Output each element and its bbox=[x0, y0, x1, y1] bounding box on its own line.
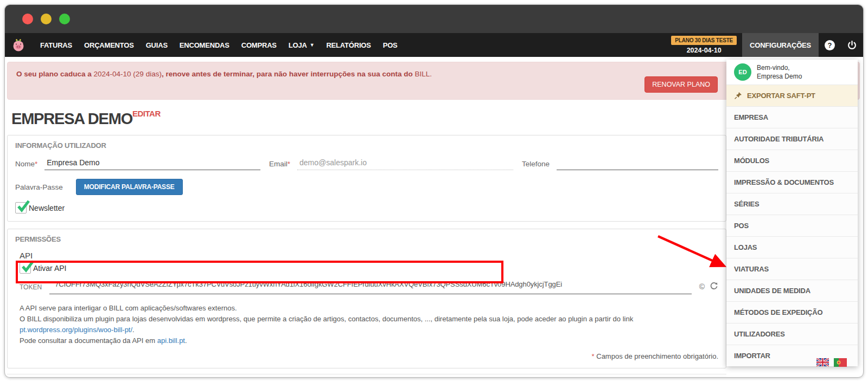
sidebar-item-unidades-de-medida[interactable]: UNIDADES DE MEDIDA bbox=[726, 280, 858, 301]
nav-item-orcamentos[interactable]: ORÇAMENTOS bbox=[78, 33, 140, 57]
nav-item-loja-label: LOJA bbox=[289, 41, 307, 49]
wordpress-plugin-link[interactable]: pt.wordpress.org/plugins/woo-bill-pt/ bbox=[20, 326, 132, 334]
main-column: EMPRESA DEMOEDITAR INFORMAÇÃO UTILIZADOR… bbox=[7, 109, 726, 378]
logout-button[interactable] bbox=[841, 33, 863, 57]
alert-message: O seu plano caduca a 2024-04-10 (29 dias… bbox=[16, 70, 851, 78]
api-desc-line2: O BILL disponibiliza um plugin para loja… bbox=[20, 314, 718, 335]
newsletter-row: Newsletter bbox=[15, 202, 718, 213]
sidebar-item-utilizadores[interactable]: UTILIZADORES bbox=[726, 323, 858, 345]
sidebar-item-pos[interactable]: POS bbox=[726, 215, 858, 236]
nav-item-compras[interactable]: COMPRAS bbox=[235, 33, 283, 57]
editar-link[interactable]: EDITAR bbox=[132, 109, 161, 118]
renovar-plano-button[interactable]: RENOVAR PLANO bbox=[644, 76, 718, 93]
sidebar-item-empresa[interactable]: EMPRESA bbox=[726, 106, 858, 128]
ativar-api-row: Ativar API bbox=[15, 262, 718, 274]
permissions-section-title: PERMISSÕES bbox=[15, 235, 718, 243]
api-desc-line1: A API serve para interligar o BILL com a… bbox=[20, 303, 718, 314]
nav-item-faturas[interactable]: FATURAS bbox=[34, 33, 78, 57]
sidebar-item-exportar-saft-pt[interactable]: EXPORTAR SAFT-PT bbox=[726, 85, 858, 106]
copy-token-icon[interactable]: © bbox=[699, 283, 705, 290]
name-value: Empresa Demo bbox=[47, 158, 99, 167]
plan-trial-badge: PLANO 30 DIAS TESTE bbox=[671, 36, 737, 45]
email-input: demo@salespark.io bbox=[297, 158, 513, 170]
alert-brand: BILL. bbox=[415, 70, 432, 78]
required-asterisk: * bbox=[35, 160, 37, 168]
api-heading: API bbox=[20, 251, 718, 260]
phone-label: Telefone bbox=[522, 160, 550, 170]
phone-input[interactable] bbox=[557, 167, 718, 170]
plan-expiry-date: 2024-04-10 bbox=[687, 47, 722, 54]
modificar-palavra-passe-button[interactable]: MODIFICAR PALAVRA-PASSE bbox=[76, 179, 183, 195]
navbar-right-cluster: PLANO 30 DIAS TESTE 2024-04-10 CONFIGURA… bbox=[671, 33, 863, 57]
sidebar-item-metodos-de-expedicao[interactable]: MÉTODOS DE EXPEDIÇÃO bbox=[726, 301, 858, 323]
chevron-down-icon: ▼ bbox=[310, 42, 315, 48]
form-actions-bar: ✖ CANCELAR ATUALIZAR bbox=[7, 374, 726, 378]
ativar-api-checkbox[interactable] bbox=[20, 262, 31, 274]
nav-item-configuracoes[interactable]: CONFIGURAÇÕES bbox=[742, 33, 819, 57]
email-label: Email* bbox=[269, 160, 290, 170]
question-mark-icon: ? bbox=[825, 40, 835, 50]
email-value: demo@salespark.io bbox=[299, 158, 367, 167]
plan-status: PLANO 30 DIAS TESTE 2024-04-10 bbox=[671, 33, 737, 57]
green-check-icon bbox=[16, 199, 30, 213]
token-value: 7CIOFFr73MQ3xFazy3hQdVSeA2ZfZYpx7cTk37PC… bbox=[55, 280, 562, 288]
welcome-line1: Bem-vindo, bbox=[757, 63, 802, 72]
green-check-icon bbox=[21, 259, 35, 273]
maximize-window-button[interactable] bbox=[59, 14, 70, 24]
newsletter-checkbox[interactable] bbox=[15, 202, 27, 213]
user-info-section-title: INFORMAÇÃO UTILIZADOR bbox=[15, 141, 718, 150]
name-field-group: Nome* Empresa Demo bbox=[15, 158, 260, 170]
name-label: Nome* bbox=[15, 160, 37, 170]
token-actions: © bbox=[699, 282, 718, 294]
ativar-api-label: Ativar API bbox=[33, 264, 66, 273]
sidebar-item-label: EXPORTAR SAFT-PT bbox=[747, 92, 815, 100]
bill-pig-logo-icon[interactable] bbox=[11, 33, 25, 57]
nav-item-pos[interactable]: POS bbox=[377, 33, 404, 57]
permissions-card: PERMISSÕES API Ativar API TOKEN 7CIOFFr7… bbox=[7, 229, 726, 368]
nav-item-encomendas[interactable]: ENCOMENDAS bbox=[174, 33, 235, 57]
alert-part1: O seu plano caduca a bbox=[16, 70, 94, 78]
user-info-card: INFORMAÇÃO UTILIZADOR Nome* Empresa Demo… bbox=[7, 135, 726, 222]
sidebar-item-viaturas[interactable]: VIATURAS bbox=[726, 258, 858, 280]
token-field-row: TOKEN 7CIOFFr73MQ3xFazy3hQdVSeA2ZfZYpx7c… bbox=[15, 279, 718, 294]
alert-part2: , renove antes de terminar, para não hav… bbox=[162, 70, 415, 78]
language-switcher bbox=[816, 358, 847, 367]
configuracoes-sidebar: ED Bem-vindo, Empresa Demo EXPORTAR SAFT… bbox=[726, 60, 858, 366]
app-window: FATURAS ORÇAMENTOS GUIAS ENCOMENDAS COMP… bbox=[4, 4, 864, 378]
password-row: Palavra-Passe MODIFICAR PALAVRA-PASSE bbox=[15, 179, 718, 195]
sidebar-item-lojas[interactable]: LOJAS bbox=[726, 236, 858, 258]
welcome-line2: Empresa Demo bbox=[757, 72, 802, 81]
nav-item-loja[interactable]: LOJA ▼ bbox=[283, 33, 321, 57]
required-asterisk: * bbox=[288, 160, 290, 168]
api-description: A API serve para interligar o BILL com a… bbox=[20, 303, 718, 347]
welcome-text: Bem-vindo, Empresa Demo bbox=[757, 63, 802, 81]
close-window-button[interactable] bbox=[22, 14, 33, 24]
help-button[interactable]: ? bbox=[819, 33, 841, 57]
alert-date: 2024-04-10 (29 dias) bbox=[94, 70, 162, 78]
phone-field-group: Telefone bbox=[522, 158, 718, 170]
name-input[interactable]: Empresa Demo bbox=[44, 158, 260, 170]
sidebar-item-series[interactable]: SÉRIES bbox=[726, 193, 858, 215]
user-fields-row: Nome* Empresa Demo Email* demo@salespark… bbox=[15, 158, 718, 170]
main-navbar: FATURAS ORÇAMENTOS GUIAS ENCOMENDAS COMP… bbox=[5, 33, 863, 57]
minimize-window-button[interactable] bbox=[41, 14, 52, 24]
email-field-group: Email* demo@salespark.io bbox=[269, 158, 513, 170]
pt-flag-icon[interactable] bbox=[834, 358, 847, 367]
regenerate-token-icon[interactable] bbox=[710, 282, 718, 292]
api-docs-link[interactable]: api.bill.pt bbox=[157, 336, 185, 345]
token-input[interactable]: 7CIOFFr73MQ3xFazy3hQdVSeA2ZfZYpx7cTk37PC… bbox=[49, 279, 692, 294]
uk-flag-icon[interactable] bbox=[816, 358, 829, 366]
power-icon bbox=[847, 40, 857, 50]
sidebar-item-modulos[interactable]: MÓDULOS bbox=[726, 150, 858, 171]
nav-item-guias[interactable]: GUIAS bbox=[140, 33, 174, 57]
pushpin-icon bbox=[734, 92, 742, 100]
sidebar-item-impressao-documentos[interactable]: IMPRESSÃO & DOCUMENTOS bbox=[726, 171, 858, 193]
required-fields-note: * Campos de preenchimento obrigatório. bbox=[15, 352, 718, 360]
api-desc-line3: Pode consultar a documentação da API em … bbox=[20, 335, 718, 346]
avatar: ED bbox=[734, 63, 751, 81]
sidebar-item-autoridade-tributaria[interactable]: AUTORIDADE TRIBUTÁRIA bbox=[726, 128, 858, 150]
window-titlebar bbox=[5, 5, 863, 33]
nav-item-relatorios[interactable]: RELATÓRIOS bbox=[320, 33, 376, 57]
token-label: TOKEN bbox=[20, 283, 42, 294]
password-label: Palavra-Passe bbox=[15, 183, 63, 191]
